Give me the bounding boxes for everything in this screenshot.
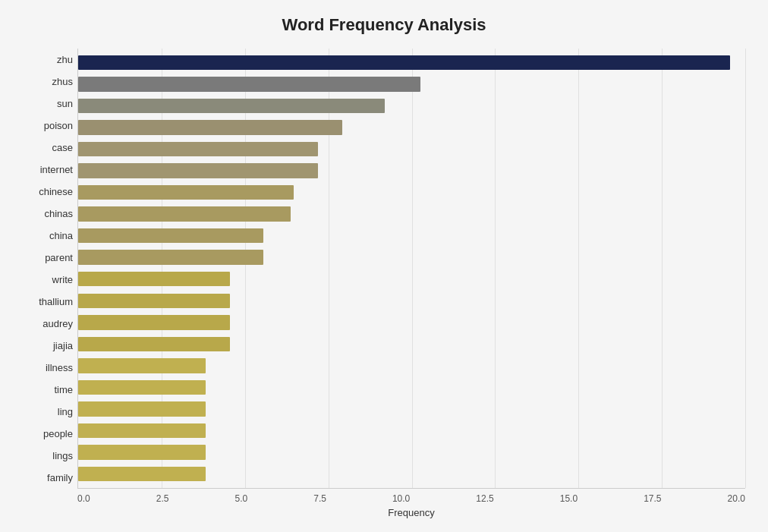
x-tick-4: 10.0 [392, 493, 410, 504]
y-label-jiajia: jiajia [23, 341, 73, 351]
y-label-illness: illness [23, 363, 73, 373]
bar-row-jiajia [78, 333, 745, 355]
bar-row-case [78, 138, 745, 160]
bar-chinas [78, 206, 291, 221]
y-label-thallium: thallium [23, 297, 73, 307]
bar-row-illness [78, 355, 745, 377]
bar-case [78, 142, 318, 156]
bar-row-china [78, 225, 745, 247]
bar-row-thallium [78, 290, 745, 312]
chart-area: zhuzhussunpoisoncaseinternetchinesechina… [23, 49, 745, 489]
bar-ling [78, 401, 206, 416]
y-label-lings: lings [23, 451, 73, 461]
bar-illness [78, 358, 206, 373]
x-tick-3: 7.5 [313, 493, 326, 504]
bar-audrey [78, 315, 230, 329]
bar-lings [78, 445, 206, 459]
bar-people [78, 423, 206, 438]
y-label-family: family [23, 473, 73, 483]
bar-poison [78, 120, 342, 134]
x-tick-5: 12.5 [476, 493, 493, 504]
bar-parent [78, 250, 263, 264]
bar-family [78, 467, 206, 481]
x-tick-8: 20.0 [728, 493, 745, 504]
x-axis-labels: 0.02.55.07.510.012.515.017.520.0 [77, 489, 745, 504]
bar-row-zhus [78, 74, 745, 96]
grid-line [745, 49, 746, 488]
y-labels: zhuzhussunpoisoncaseinternetchinesechina… [23, 49, 77, 489]
plot-area [77, 49, 745, 489]
y-label-china: china [23, 231, 73, 241]
bar-row-poison [78, 117, 745, 139]
y-label-poison: poison [23, 121, 73, 131]
bar-row-family [78, 463, 745, 485]
x-tick-0: 0.0 [77, 493, 90, 504]
y-label-write: write [23, 275, 73, 285]
bar-china [78, 228, 263, 243]
y-label-people: people [23, 429, 73, 439]
bar-sun [78, 99, 385, 113]
bar-zhus [78, 77, 420, 91]
y-label-sun: sun [23, 99, 73, 109]
bar-row-people [78, 420, 745, 442]
bar-write [78, 272, 230, 286]
y-label-internet: internet [23, 165, 73, 175]
x-tick-6: 15.0 [560, 493, 578, 504]
bar-row-internet [78, 160, 745, 182]
bar-row-audrey [78, 312, 745, 334]
bar-row-chinas [78, 203, 745, 225]
y-label-ling: ling [23, 407, 73, 417]
bar-row-zhu [78, 52, 745, 74]
bar-row-ling [78, 398, 745, 420]
bar-zhu [78, 55, 730, 70]
y-label-chinas: chinas [23, 209, 73, 219]
bar-row-time [78, 376, 745, 398]
bar-jiajia [78, 337, 230, 351]
y-label-zhus: zhus [23, 77, 73, 87]
x-axis-title: Frequency [77, 507, 745, 518]
y-label-chinese: chinese [23, 187, 73, 197]
bar-row-parent [78, 247, 745, 269]
chart-container: Word Frequency Analysis zhuzhussunpoison… [0, 0, 768, 532]
bar-chinese [78, 185, 294, 200]
x-tick-1: 2.5 [156, 493, 169, 504]
y-label-case: case [23, 143, 73, 153]
x-tick-7: 17.5 [644, 493, 661, 504]
bar-thallium [78, 294, 230, 308]
bar-row-write [78, 268, 745, 290]
bar-time [78, 380, 206, 395]
bar-row-sun [78, 95, 745, 117]
y-label-zhu: zhu [23, 55, 73, 65]
bar-row-chinese [78, 181, 745, 203]
y-label-time: time [23, 385, 73, 395]
chart-title: Word Frequency Analysis [23, 15, 745, 35]
bars-wrapper [78, 49, 745, 488]
y-label-audrey: audrey [23, 319, 73, 329]
y-label-parent: parent [23, 253, 73, 263]
bar-row-lings [78, 442, 745, 464]
x-tick-2: 5.0 [234, 493, 247, 504]
bar-internet [78, 163, 318, 178]
